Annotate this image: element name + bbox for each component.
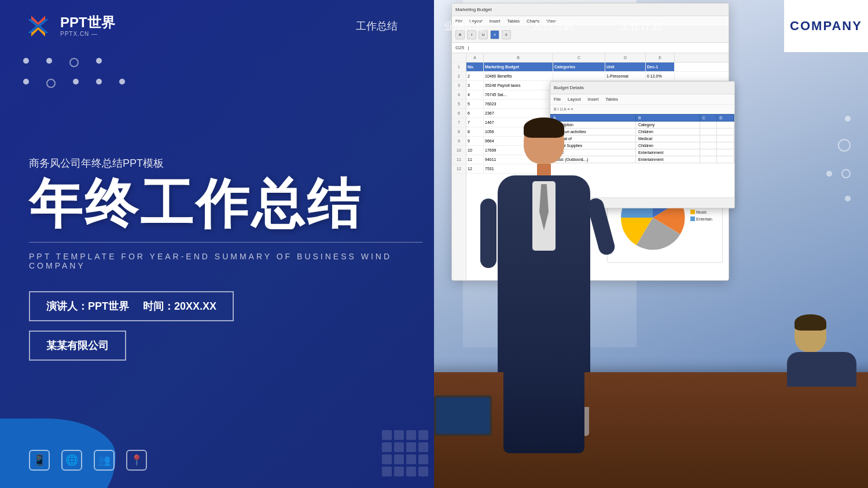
cell-a4: 4: [466, 90, 484, 99]
figure-seated: [787, 314, 833, 384]
ss2-r5c3: [700, 149, 717, 156]
ss2-menu-tables: Tables: [605, 97, 618, 102]
company-name-badge: 某某有限公司: [29, 331, 126, 361]
cell-a6: 6: [466, 109, 484, 118]
company-name-text: 某某有限公司: [46, 339, 109, 353]
logo-area[interactable]: PPT世界 PPTX.CN —: [23, 11, 115, 41]
rh-0: [452, 53, 466, 63]
navbar: PPT世界 PPTX.CN — 工作总结 业绩汇总 人员培训 工作计划: [0, 0, 868, 52]
cell-b5: 76023: [484, 100, 553, 108]
gc-16: [418, 467, 428, 476]
ss2-h3: C: [700, 115, 717, 122]
ss-row-headers: 1 2 3 4 5 6 7 8 9 10 11 12: [452, 53, 466, 280]
col-c: C: [553, 53, 605, 62]
rh-1: 1: [452, 63, 466, 72]
gc-2: [394, 430, 404, 440]
ss2-menu-layout: Layout: [568, 97, 581, 102]
ss2-menubar: File Layout Insert Tables: [550, 94, 734, 105]
ss2-r1c4: [717, 122, 734, 129]
ss2-r5c2: Entertainment: [635, 149, 700, 156]
cell-e2: 0 12.0%: [646, 72, 675, 80]
presenter-time-badge: 演讲人：PPT世界 时间：20XX.XX: [29, 291, 234, 321]
nav-item-3[interactable]: 人员培训: [532, 19, 573, 33]
gc-13: [382, 467, 392, 476]
legend-label-5: Entertain: [696, 217, 712, 221]
rh-7: 7: [452, 118, 466, 127]
col-a: A: [466, 53, 484, 62]
ss2-title: Budget Details: [554, 85, 584, 90]
ss2-r3c2: Medical: [635, 135, 700, 142]
dot-pair-3: [826, 169, 851, 178]
cell-c1: Categories: [553, 63, 605, 71]
gc-1: [382, 430, 392, 440]
cell-d2: 1-Personnal: [605, 72, 646, 80]
cell-a3: 3: [466, 81, 484, 90]
logo-subtitle: PPTX.CN —: [60, 31, 115, 37]
location-icon-glyph: 📍: [130, 454, 143, 467]
dot-2-4: [96, 79, 102, 85]
mobile-icon-btn[interactable]: 📱: [29, 450, 50, 471]
ss2-r3c4: [717, 135, 734, 142]
gc-14: [394, 467, 404, 476]
nav-item-2[interactable]: 业绩汇总: [444, 19, 486, 33]
rdot-3: [826, 171, 832, 177]
photo-area: Marketing Budget File Layout Insert Tabl…: [434, 0, 868, 488]
gc-15: [406, 467, 416, 476]
location-icon-btn[interactable]: 📍: [126, 450, 147, 471]
time-label: 时间：20XX.XX: [143, 299, 216, 313]
ss2-r4c2: Children: [635, 142, 700, 149]
dot-1-1: [23, 58, 29, 64]
dot-row-1: [23, 58, 125, 67]
ss2-r2c4: [717, 129, 734, 135]
decorative-dots-right: [826, 116, 851, 201]
dot-2-1: [23, 79, 29, 85]
ss2-r4c3: [700, 142, 717, 149]
seated-suit: [787, 352, 856, 387]
cell-b6: 2367: [484, 109, 553, 118]
dot-2-3: [73, 79, 79, 85]
nav-item-1[interactable]: 工作总结: [356, 19, 398, 33]
ss2-r2c3: [700, 129, 717, 135]
gc-9: [382, 454, 392, 464]
decorative-dots-left: [23, 58, 125, 100]
cell-d1: Unit: [605, 63, 646, 71]
mobile-icon-glyph: 📱: [33, 454, 46, 467]
users-icon-glyph: 👥: [98, 454, 111, 467]
ss2-r6c3: [700, 156, 717, 163]
presenter-label: 演讲人：PPT世界: [46, 299, 129, 313]
users-icon-btn[interactable]: 👥: [94, 450, 115, 471]
ss2-r5c4: [717, 149, 734, 156]
nav-items: 工作总结 业绩汇总 人员培训 工作计划: [173, 19, 845, 33]
dot-1-4: [96, 58, 102, 64]
ss2-r2c2: Children: [635, 129, 700, 135]
rh-2: 2: [452, 72, 466, 81]
rh-10: 10: [452, 146, 466, 155]
person-suit: [498, 175, 590, 372]
gc-6: [394, 442, 404, 452]
ss-col-headers: A B C D E: [466, 53, 729, 63]
ss2-h2: B: [635, 115, 700, 122]
dot-pair-1: [845, 116, 851, 122]
cell-b1: Marketing Budget: [484, 63, 553, 71]
ss-row-2: 2 10460 Benefits 1-Personnal 0 12.0%: [466, 72, 729, 81]
dot-pair-4: [845, 196, 851, 201]
dot-row-2: [23, 79, 125, 88]
ss2-toolbar-area: B I U A ≡ ≡: [550, 105, 734, 114]
logo-text-group: PPT世界 PPTX.CN —: [60, 16, 115, 37]
seated-head: [795, 314, 826, 352]
web-icon-btn[interactable]: 🌐: [61, 450, 82, 471]
ss2-r1c3: [700, 122, 717, 129]
ss2-r3c3: [700, 135, 717, 142]
nav-item-4[interactable]: 工作计划: [620, 19, 661, 33]
gc-7: [406, 442, 416, 452]
gc-5: [382, 442, 392, 452]
rdot-4: [841, 169, 851, 178]
page-subtitle: 商务风公司年终总结PPT模板: [29, 156, 434, 170]
ss-row-1: No. Marketing Budget Categories Unit Dec…: [466, 63, 729, 72]
cell-a2: 2: [466, 72, 484, 80]
company-badge: COMPANY: [784, 0, 868, 52]
legend-label-4: Music: [696, 210, 707, 214]
ss2-r4c4: [717, 142, 734, 149]
cell-e1: Dec-1: [646, 63, 675, 71]
gc-8: [418, 442, 428, 452]
